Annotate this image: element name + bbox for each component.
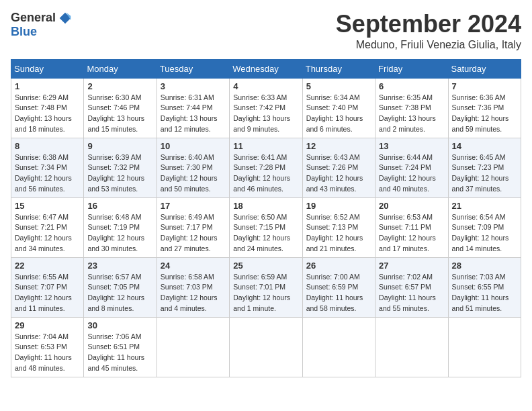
day-number: 2 — [87, 81, 152, 91]
day-info: Sunrise: 6:33 AMSunset: 7:42 PMDaylight:… — [233, 93, 298, 135]
day-number: 18 — [233, 201, 298, 211]
day-info: Sunrise: 7:04 AMSunset: 6:53 PMDaylight:… — [15, 332, 80, 374]
calendar-cell: 15Sunrise: 6:47 AMSunset: 7:21 PMDayligh… — [11, 197, 84, 257]
day-info: Sunrise: 7:00 AMSunset: 6:59 PMDaylight:… — [306, 272, 371, 314]
calendar-table: SundayMondayTuesdayWednesdayThursdayFrid… — [11, 59, 521, 377]
calendar-cell: 9Sunrise: 6:39 AMSunset: 7:32 PMDaylight… — [84, 138, 157, 197]
day-info: Sunrise: 6:57 AMSunset: 7:05 PMDaylight:… — [87, 272, 152, 314]
day-info: Sunrise: 6:41 AMSunset: 7:28 PMDaylight:… — [233, 152, 298, 195]
calendar-cell: 7Sunrise: 6:36 AMSunset: 7:36 PMDaylight… — [448, 78, 521, 138]
day-number: 5 — [306, 81, 371, 91]
calendar-cell: 14Sunrise: 6:45 AMSunset: 7:23 PMDayligh… — [448, 138, 521, 197]
day-info: Sunrise: 6:49 AMSunset: 7:17 PMDaylight:… — [161, 212, 226, 255]
calendar-week-row: 22Sunrise: 6:55 AMSunset: 7:07 PMDayligh… — [11, 257, 521, 317]
day-number: 8 — [15, 141, 80, 151]
calendar-week-row: 15Sunrise: 6:47 AMSunset: 7:21 PMDayligh… — [11, 197, 521, 257]
calendar-cell: 8Sunrise: 6:38 AMSunset: 7:34 PMDaylight… — [11, 138, 84, 197]
calendar-header-row: SundayMondayTuesdayWednesdayThursdayFrid… — [11, 59, 521, 78]
calendar-cell: 13Sunrise: 6:44 AMSunset: 7:24 PMDayligh… — [375, 138, 448, 197]
day-number: 7 — [452, 81, 517, 91]
logo-icon — [58, 11, 72, 25]
svg-marker-0 — [60, 12, 71, 24]
day-number: 21 — [452, 201, 517, 211]
day-number: 23 — [87, 261, 152, 271]
logo-general-text: General — [11, 11, 56, 25]
calendar-cell: 16Sunrise: 6:48 AMSunset: 7:19 PMDayligh… — [84, 197, 157, 257]
day-number: 1 — [15, 81, 80, 91]
logo-blue-text: Blue — [11, 25, 37, 39]
calendar-cell: 24Sunrise: 6:58 AMSunset: 7:03 PMDayligh… — [157, 257, 229, 317]
calendar-cell: 23Sunrise: 6:57 AMSunset: 7:05 PMDayligh… — [84, 257, 157, 317]
calendar-week-row: 29Sunrise: 7:04 AMSunset: 6:53 PMDayligh… — [11, 317, 521, 377]
day-info: Sunrise: 6:45 AMSunset: 7:23 PMDaylight:… — [452, 152, 517, 195]
day-info: Sunrise: 6:35 AMSunset: 7:38 PMDaylight:… — [379, 93, 444, 135]
calendar-cell — [375, 317, 448, 377]
calendar-cell: 19Sunrise: 6:52 AMSunset: 7:13 PMDayligh… — [302, 197, 375, 257]
day-number: 22 — [15, 261, 80, 271]
day-number: 20 — [379, 201, 444, 211]
logo: General Blue — [11, 11, 72, 39]
calendar-cell: 20Sunrise: 6:53 AMSunset: 7:11 PMDayligh… — [375, 197, 448, 257]
day-info: Sunrise: 6:53 AMSunset: 7:11 PMDaylight:… — [379, 212, 444, 255]
day-info: Sunrise: 6:44 AMSunset: 7:24 PMDaylight:… — [379, 152, 444, 195]
weekday-header-thursday: Thursday — [302, 59, 375, 78]
day-info: Sunrise: 6:50 AMSunset: 7:15 PMDaylight:… — [233, 212, 298, 255]
day-info: Sunrise: 6:31 AMSunset: 7:44 PMDaylight:… — [161, 93, 226, 135]
day-info: Sunrise: 6:59 AMSunset: 7:01 PMDaylight:… — [233, 272, 298, 314]
calendar-cell: 18Sunrise: 6:50 AMSunset: 7:15 PMDayligh… — [230, 197, 302, 257]
day-number: 11 — [233, 141, 298, 151]
calendar-cell: 25Sunrise: 6:59 AMSunset: 7:01 PMDayligh… — [230, 257, 302, 317]
weekday-header-monday: Monday — [84, 59, 157, 78]
day-info: Sunrise: 6:34 AMSunset: 7:40 PMDaylight:… — [306, 93, 371, 135]
calendar-cell: 22Sunrise: 6:55 AMSunset: 7:07 PMDayligh… — [11, 257, 84, 317]
day-number: 16 — [87, 201, 152, 211]
calendar-cell: 10Sunrise: 6:40 AMSunset: 7:30 PMDayligh… — [157, 138, 229, 197]
calendar-cell: 29Sunrise: 7:04 AMSunset: 6:53 PMDayligh… — [11, 317, 84, 377]
location-title: Meduno, Friuli Venezia Giulia, Italy — [336, 39, 521, 51]
weekday-header-sunday: Sunday — [11, 59, 84, 78]
calendar-cell — [230, 317, 302, 377]
calendar-week-row: 8Sunrise: 6:38 AMSunset: 7:34 PMDaylight… — [11, 138, 521, 197]
calendar-cell: 6Sunrise: 6:35 AMSunset: 7:38 PMDaylight… — [375, 78, 448, 138]
month-title: September 2024 — [336, 11, 521, 38]
day-number: 13 — [379, 141, 444, 151]
day-number: 26 — [306, 261, 371, 271]
calendar-cell — [157, 317, 229, 377]
weekday-header-friday: Friday — [375, 59, 448, 78]
day-info: Sunrise: 6:58 AMSunset: 7:03 PMDaylight:… — [161, 272, 226, 314]
weekday-header-saturday: Saturday — [448, 59, 521, 78]
day-number: 14 — [452, 141, 517, 151]
calendar-cell: 17Sunrise: 6:49 AMSunset: 7:17 PMDayligh… — [157, 197, 229, 257]
day-info: Sunrise: 6:36 AMSunset: 7:36 PMDaylight:… — [452, 93, 517, 135]
calendar-cell: 27Sunrise: 7:02 AMSunset: 6:57 PMDayligh… — [375, 257, 448, 317]
weekday-header-wednesday: Wednesday — [230, 59, 302, 78]
day-info: Sunrise: 6:43 AMSunset: 7:26 PMDaylight:… — [306, 152, 371, 195]
day-number: 27 — [379, 261, 444, 271]
day-number: 17 — [161, 201, 226, 211]
title-section: September 2024 Meduno, Friuli Venezia Gi… — [336, 11, 521, 51]
calendar-cell: 3Sunrise: 6:31 AMSunset: 7:44 PMDaylight… — [157, 78, 229, 138]
day-number: 25 — [233, 261, 298, 271]
day-info: Sunrise: 6:55 AMSunset: 7:07 PMDaylight:… — [15, 272, 80, 314]
calendar-cell: 12Sunrise: 6:43 AMSunset: 7:26 PMDayligh… — [302, 138, 375, 197]
day-number: 10 — [161, 141, 226, 151]
calendar-cell: 11Sunrise: 6:41 AMSunset: 7:28 PMDayligh… — [230, 138, 302, 197]
day-info: Sunrise: 6:39 AMSunset: 7:32 PMDaylight:… — [87, 152, 152, 195]
day-number: 30 — [87, 320, 152, 330]
page-header: General Blue September 2024 Meduno, Friu… — [11, 11, 521, 51]
calendar-cell: 21Sunrise: 6:54 AMSunset: 7:09 PMDayligh… — [448, 197, 521, 257]
day-number: 6 — [379, 81, 444, 91]
day-info: Sunrise: 6:52 AMSunset: 7:13 PMDaylight:… — [306, 212, 371, 255]
calendar-cell: 30Sunrise: 7:06 AMSunset: 6:51 PMDayligh… — [84, 317, 157, 377]
day-number: 4 — [233, 81, 298, 91]
calendar-cell: 26Sunrise: 7:00 AMSunset: 6:59 PMDayligh… — [302, 257, 375, 317]
day-info: Sunrise: 6:38 AMSunset: 7:34 PMDaylight:… — [15, 152, 80, 195]
calendar-week-row: 1Sunrise: 6:29 AMSunset: 7:48 PMDaylight… — [11, 78, 521, 138]
calendar-cell — [302, 317, 375, 377]
day-number: 28 — [452, 261, 517, 271]
calendar-cell: 4Sunrise: 6:33 AMSunset: 7:42 PMDaylight… — [230, 78, 302, 138]
calendar-cell: 28Sunrise: 7:03 AMSunset: 6:55 PMDayligh… — [448, 257, 521, 317]
day-info: Sunrise: 6:29 AMSunset: 7:48 PMDaylight:… — [15, 93, 80, 135]
day-number: 9 — [87, 141, 152, 151]
day-number: 19 — [306, 201, 371, 211]
